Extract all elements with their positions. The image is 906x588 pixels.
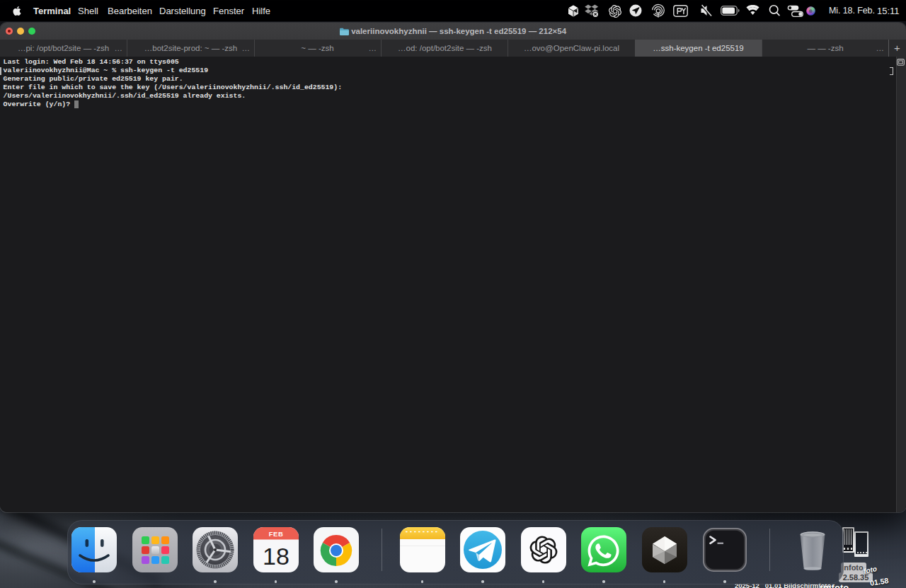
svg-text:18: 18 xyxy=(263,543,289,570)
svg-text:FEB: FEB xyxy=(268,530,283,538)
